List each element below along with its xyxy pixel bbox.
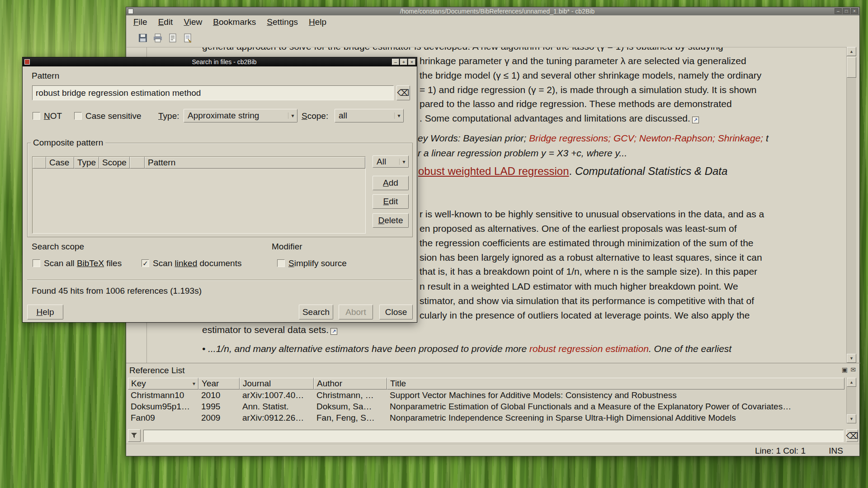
close-button[interactable]: × xyxy=(851,8,858,14)
clear-icon: ⌫ xyxy=(846,431,859,441)
save-icon[interactable] xyxy=(137,32,149,44)
column-header-blank[interactable] xyxy=(33,157,46,169)
delete-button[interactable]: Delete xyxy=(373,213,409,228)
menu-view[interactable]: View xyxy=(178,16,208,28)
help-button[interactable]: Help xyxy=(27,305,63,319)
document-line: estimator to several data sets.↗ xyxy=(202,324,337,335)
cell-key: Doksum95p1… xyxy=(128,401,198,412)
scope-combobox[interactable]: all▾ xyxy=(335,109,404,122)
main-titlebar[interactable]: /home/constans/Documents/BibReferences/u… xyxy=(126,7,859,15)
scroll-down-button[interactable]: ▼ xyxy=(847,354,856,363)
column-header-pattern[interactable]: Pattern xyxy=(145,157,365,169)
close-button[interactable]: Close xyxy=(379,305,413,319)
simplify-source-checkbox[interactable] xyxy=(277,259,285,267)
email-icon[interactable]: ✉ xyxy=(850,366,856,373)
modifier-label: Modifier xyxy=(272,242,302,252)
clear-filter-button[interactable]: ⌫ xyxy=(846,429,858,442)
minimize-button[interactable]: – xyxy=(835,8,842,14)
print-icon[interactable] xyxy=(152,32,164,44)
reference-list-scrollbar[interactable]: ▲ ▼ xyxy=(846,378,856,423)
document-line: en proposed as alternatives. One of the … xyxy=(420,223,737,234)
maximize-button[interactable]: + xyxy=(400,59,407,65)
composite-all-combobox[interactable]: All▾ xyxy=(373,155,409,168)
document-line: the bridge model (γ ≤ 1) and several oth… xyxy=(420,70,761,81)
document-line: ey Words: Bayesian prior; Bridge regress… xyxy=(418,133,769,144)
column-header-author[interactable]: Author xyxy=(314,378,387,389)
scan-all-bibtex-checkbox[interactable] xyxy=(33,259,40,267)
cell-year: 1995 xyxy=(198,401,240,412)
scroll-up-button[interactable]: ▲ xyxy=(847,47,856,56)
dialog-title: Search in files - cb2Bib xyxy=(32,58,417,66)
composite-table-header: Case Type Scope Pattern xyxy=(33,157,365,169)
column-header-journal[interactable]: Journal xyxy=(240,378,314,389)
search-button[interactable]: Search xyxy=(299,305,333,319)
column-header-blank[interactable] xyxy=(130,157,145,169)
not-label: NOT xyxy=(44,111,62,121)
search-result-status: Found 45 hits from 1006 references (1.19… xyxy=(32,286,202,296)
clear-icon: ⌫ xyxy=(397,88,410,98)
table-row[interactable]: Doksum95p1… 1995 Ann. Statist. Doksum, S… xyxy=(128,401,844,412)
document-line: stimator, and show via simulation that i… xyxy=(420,296,754,306)
simplify-source-label: Simplify source xyxy=(288,258,347,268)
filter-icon[interactable] xyxy=(128,429,141,442)
table-row[interactable]: Christmann10 2010 arXiv:1007.40… Christm… xyxy=(128,389,844,401)
column-header-key[interactable]: Key▾ xyxy=(128,378,198,389)
chevron-down-icon: ▾ xyxy=(399,159,408,165)
cell-title: Nonparametric Independence Screening in … xyxy=(387,412,844,423)
cell-year: 2009 xyxy=(198,412,240,423)
scroll-down-button[interactable]: ▼ xyxy=(847,414,856,423)
column-header-case[interactable]: Case xyxy=(46,157,74,169)
type-combobox[interactable]: Approximate string▾ xyxy=(184,109,297,122)
minimize-button[interactable]: – xyxy=(392,59,399,65)
menu-settings[interactable]: Settings xyxy=(261,16,303,28)
cell-key: Fan09 xyxy=(128,412,198,423)
document-line: that is, it has a breakdown point of 1/n… xyxy=(420,266,757,277)
cell-year: 2010 xyxy=(198,389,240,401)
separator xyxy=(27,280,413,281)
external-link-icon[interactable]: ↗ xyxy=(692,117,699,123)
export-icon[interactable] xyxy=(167,32,179,44)
document-line: sion has been largely ignored as a robus… xyxy=(420,252,762,263)
external-link-icon[interactable]: ↗ xyxy=(330,328,337,335)
scan-all-bibtex-label: Scan all BibTeX files xyxy=(44,258,122,268)
viewer-icon[interactable] xyxy=(182,32,193,44)
scroll-up-button[interactable]: ▲ xyxy=(847,378,856,387)
edit-button[interactable]: Edit xyxy=(373,194,409,209)
menu-bookmarks[interactable]: Bookmarks xyxy=(208,16,261,28)
cell-journal: arXiv:0912.26… xyxy=(240,412,314,423)
column-header-scope[interactable]: Scope xyxy=(99,157,130,169)
scrollbar-thumb[interactable] xyxy=(847,57,856,78)
document-line: hrinkage parameter γ and the tuning para… xyxy=(420,56,746,66)
column-header-type[interactable]: Type xyxy=(74,157,99,169)
menu-edit[interactable]: Edit xyxy=(153,16,179,28)
composite-pattern-table[interactable]: Case Type Scope Pattern xyxy=(32,156,366,234)
maximize-button[interactable]: □ xyxy=(843,8,850,14)
not-checkbox[interactable] xyxy=(33,112,40,120)
add-button[interactable]: Add xyxy=(373,176,409,190)
document-line: n result in a weighted LAD estimator wit… xyxy=(420,281,738,292)
search-dialog: Search in files - cb2Bib – + × Pattern ⌫… xyxy=(22,57,417,323)
case-sensitive-checkbox[interactable] xyxy=(74,112,82,120)
chevron-down-icon: ▾ xyxy=(288,113,297,119)
reference-list-panel: Reference List ▣ ✉ Key▾ Year Journal Aut… xyxy=(126,363,859,456)
table-row[interactable]: Fan09 2009 arXiv:0912.26… Fan, Feng, S… … xyxy=(128,412,844,423)
cell-title: Nonparametric Estimation of Global Funct… xyxy=(387,401,844,412)
menu-file[interactable]: File xyxy=(128,16,153,28)
close-button[interactable]: × xyxy=(408,59,415,65)
menu-help[interactable]: Help xyxy=(303,16,332,28)
column-header-title[interactable]: Title xyxy=(387,378,844,389)
detach-panel-icon[interactable]: ▣ xyxy=(842,366,848,373)
reference-title-link[interactable]: obust weighted LAD regression xyxy=(418,165,569,177)
clear-search-button[interactable]: ⌫ xyxy=(396,85,410,100)
dialog-titlebar[interactable]: Search in files - cb2Bib – + × xyxy=(23,57,417,66)
column-header-year[interactable]: Year xyxy=(198,378,240,389)
vertical-scrollbar[interactable]: ▲ ▼ xyxy=(846,47,856,363)
line-col-indicator: Line: 1 Col: 1 xyxy=(755,446,806,456)
abort-button[interactable]: Abort xyxy=(339,305,373,319)
scan-linked-documents-checkbox[interactable]: ✓ xyxy=(142,259,149,267)
toolbar xyxy=(126,29,859,47)
pattern-input[interactable] xyxy=(32,85,394,100)
reference-heading: obust weighted LAD regression. Computati… xyxy=(418,165,727,178)
document-line: • ...1/n, and many alternative estimator… xyxy=(202,343,731,354)
reference-filter-input[interactable] xyxy=(143,430,844,442)
